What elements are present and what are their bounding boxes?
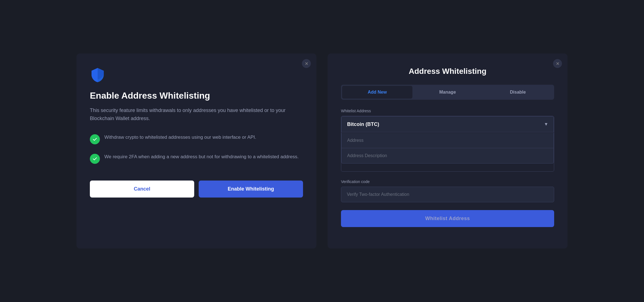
check-icon <box>90 134 100 144</box>
cancel-button[interactable]: Cancel <box>90 181 194 198</box>
feature-text: We require 2FA when adding a new address… <box>104 153 299 160</box>
whitelist-address-button[interactable]: Whitelist Address <box>341 210 554 227</box>
address-description-input[interactable] <box>341 148 554 164</box>
panel-description: This security feature limits withdrawals… <box>90 106 303 123</box>
shield-icon <box>90 67 303 84</box>
screen: ✕ Enable Address Whitelisting This secur… <box>0 0 644 302</box>
enable-whitelisting-panel: ✕ Enable Address Whitelisting This secur… <box>76 53 316 249</box>
verification-label: Verification code <box>341 179 554 184</box>
whitelist-address-label: Whitelist Address <box>341 109 554 113</box>
address-input[interactable] <box>341 133 554 148</box>
check-icon <box>90 154 100 164</box>
tab-manage[interactable]: Manage <box>412 86 483 99</box>
verification-input[interactable] <box>341 187 554 202</box>
list-item: We require 2FA when adding a new address… <box>90 153 303 164</box>
close-icon: ✕ <box>305 61 308 66</box>
button-row: Cancel Enable Whitelisting <box>90 181 303 198</box>
currency-select[interactable]: Bitcoin (BTC) Ethereum (ETH) Litecoin (L… <box>341 116 554 132</box>
address-input-group: Bitcoin (BTC) Ethereum (ETH) Litecoin (L… <box>341 116 554 172</box>
enable-whitelisting-button[interactable]: Enable Whitelisting <box>199 181 303 198</box>
tab-add-new[interactable]: Add New <box>342 86 412 99</box>
list-item: Withdraw crypto to whitelisted addresses… <box>90 134 303 144</box>
tab-disable[interactable]: Disable <box>483 86 553 99</box>
modal-title: Address Whitelisting <box>341 67 554 76</box>
feature-list: Withdraw crypto to whitelisted addresses… <box>90 134 303 164</box>
tab-group: Add New Manage Disable <box>341 85 554 100</box>
verification-section: Verification code <box>341 179 554 202</box>
close-button[interactable]: ✕ <box>553 59 562 68</box>
close-button[interactable]: ✕ <box>302 59 311 68</box>
currency-select-wrap: Bitcoin (BTC) Ethereum (ETH) Litecoin (L… <box>341 116 554 132</box>
address-whitelisting-panel: ✕ Address Whitelisting Add New Manage Di… <box>328 53 568 249</box>
close-icon: ✕ <box>556 61 559 66</box>
panel-title: Enable Address Whitelisting <box>90 90 303 101</box>
feature-text: Withdraw crypto to whitelisted addresses… <box>104 134 256 141</box>
